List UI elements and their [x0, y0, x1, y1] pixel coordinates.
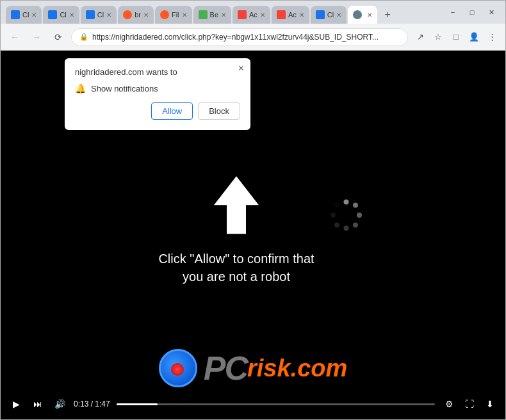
tab-5-label: Fil — [172, 11, 179, 19]
tab-7-favicon — [238, 10, 247, 19]
browser-window: Cl ✕ Cl ✕ Cl ✕ br ✕ — [0, 0, 506, 420]
tab-1[interactable]: Cl ✕ — [6, 6, 42, 24]
tab-3-close[interactable]: ✕ — [106, 12, 111, 19]
pcrisk-text: PC risk .com — [204, 349, 348, 387]
menu-button[interactable]: ⋮ — [484, 29, 500, 45]
tab-10-close[interactable]: ✕ — [367, 12, 372, 19]
tab-9[interactable]: Cl ✕ — [311, 6, 347, 24]
title-bar: Cl ✕ Cl ✕ Cl ✕ br ✕ — [1, 1, 505, 24]
address-text: https://nighridadered.com/click.php?key=… — [92, 33, 400, 42]
pcrisk-icon — [159, 349, 197, 387]
popup-buttons: Allow Block — [75, 102, 240, 120]
address-bar-actions: ↗ ☆ □ 👤 ⋮ — [412, 29, 500, 45]
close-button[interactable]: ✕ — [482, 6, 500, 19]
web-content: × nighridadered.com wants to 🔔 Show noti… — [1, 51, 505, 419]
tab-7-close[interactable]: ✕ — [260, 12, 265, 19]
svg-point-5 — [344, 226, 349, 231]
svg-point-7 — [331, 213, 336, 218]
tab-8-close[interactable]: ✕ — [299, 12, 304, 19]
bookmark-button[interactable]: ☆ — [430, 29, 446, 45]
tab-4-label: br — [135, 11, 141, 19]
popup-permission-text: Show notifications — [91, 84, 158, 93]
pcrisk-logo: PC risk .com — [159, 349, 348, 387]
svg-marker-0 — [214, 176, 259, 234]
tab-10-active[interactable]: ✕ — [348, 6, 377, 24]
tab-8-favicon — [277, 10, 286, 19]
page-main-text: Click "Allow" to confirm that you are no… — [153, 250, 320, 286]
pcrisk-pc-text: PC — [204, 349, 247, 387]
tab-6[interactable]: Be ✕ — [193, 6, 231, 24]
tab-5[interactable]: Fil ✕ — [155, 6, 192, 24]
svg-point-4 — [353, 223, 358, 228]
tab-search-button[interactable]: □ — [448, 29, 464, 45]
tab-strip: Cl ✕ Cl ✕ Cl ✕ br ✕ — [6, 1, 441, 24]
settings-button[interactable]: ⚙ — [441, 396, 457, 412]
address-input[interactable]: 🔒 https://nighridadered.com/click.php?ke… — [71, 28, 408, 46]
tab-9-close[interactable]: ✕ — [336, 12, 341, 19]
play-button[interactable]: ▶ — [8, 396, 24, 412]
tab-6-label: Be — [210, 11, 218, 19]
tab-6-close[interactable]: ✕ — [221, 12, 226, 19]
tab-3-label: Cl — [97, 11, 104, 19]
tab-3[interactable]: Cl ✕ — [81, 6, 117, 24]
tab-9-label: Cl — [327, 11, 334, 19]
tab-9-favicon — [316, 10, 325, 19]
progress-fill — [117, 403, 158, 405]
skip-button[interactable]: ⏭ — [30, 396, 45, 412]
download-button[interactable]: ⬇ — [482, 396, 498, 412]
window-controls: − □ ✕ — [444, 6, 500, 19]
tab-8-label: Ac — [288, 11, 297, 19]
tab-2-close[interactable]: ✕ — [69, 12, 74, 19]
tab-5-favicon — [160, 10, 169, 19]
tab-8[interactable]: Ac ✕ — [272, 6, 309, 24]
svg-point-6 — [334, 223, 339, 228]
pcrisk-watermark: PC risk .com — [1, 349, 505, 387]
tab-7-label: Ac — [249, 11, 257, 19]
svg-point-3 — [357, 213, 362, 218]
share-button[interactable]: ↗ — [412, 29, 428, 45]
arrow-up-icon — [211, 173, 262, 237]
video-controls-bar: ▶ ⏭ 🔊 0:13 / 1:47 ⚙ ⛶ ⬇ — [1, 389, 505, 419]
profile-button[interactable]: 👤 — [466, 29, 482, 45]
address-bar: ← → ⟳ 🔒 https://nighridadered.com/click.… — [1, 24, 505, 51]
spinner-svg — [329, 198, 364, 233]
tab-3-favicon — [86, 10, 95, 19]
minimize-button[interactable]: − — [444, 6, 462, 19]
progress-bar[interactable] — [117, 403, 435, 405]
tab-6-favicon — [199, 10, 208, 19]
block-button[interactable]: Block — [198, 102, 240, 120]
svg-point-8 — [334, 203, 339, 208]
tab-2-favicon — [48, 10, 57, 19]
bell-icon: 🔔 — [75, 83, 86, 93]
popup-title: nighridadered.com wants to — [75, 67, 240, 77]
tab-4-close[interactable]: ✕ — [143, 12, 149, 19]
tab-5-close[interactable]: ✕ — [182, 12, 187, 19]
forward-button[interactable]: → — [28, 28, 45, 46]
tab-2-label: Cl — [60, 11, 66, 19]
tab-2[interactable]: Cl ✕ — [43, 6, 79, 24]
svg-point-2 — [353, 203, 358, 208]
popup-permission: 🔔 Show notifications — [75, 83, 240, 93]
back-button[interactable]: ← — [6, 28, 24, 46]
loading-spinner — [329, 198, 364, 236]
allow-button[interactable]: Allow — [151, 102, 193, 120]
pcrisk-com-text: .com — [291, 355, 348, 382]
maximize-button[interactable]: □ — [463, 6, 481, 19]
tab-1-close[interactable]: ✕ — [31, 12, 37, 19]
right-controls: ⚙ ⛶ ⬇ — [441, 396, 498, 412]
refresh-button[interactable]: ⟳ — [49, 28, 67, 46]
tab-10-favicon — [353, 10, 362, 19]
tab-1-label: Cl — [22, 11, 29, 19]
notification-popup: × nighridadered.com wants to 🔔 Show noti… — [65, 58, 250, 130]
page-main-content: Click "Allow" to confirm that you are no… — [153, 173, 320, 286]
volume-button[interactable]: 🔊 — [52, 396, 67, 412]
fullscreen-button[interactable]: ⛶ — [462, 396, 477, 412]
tab-1-favicon — [11, 10, 20, 19]
tab-4-favicon — [123, 10, 132, 19]
popup-close-button[interactable]: × — [238, 63, 244, 74]
tab-7[interactable]: Ac ✕ — [233, 6, 270, 24]
tab-4[interactable]: br ✕ — [118, 6, 154, 24]
pcrisk-risk-text: risk — [247, 355, 291, 382]
svg-point-1 — [344, 200, 349, 205]
new-tab-button[interactable]: + — [379, 6, 396, 24]
